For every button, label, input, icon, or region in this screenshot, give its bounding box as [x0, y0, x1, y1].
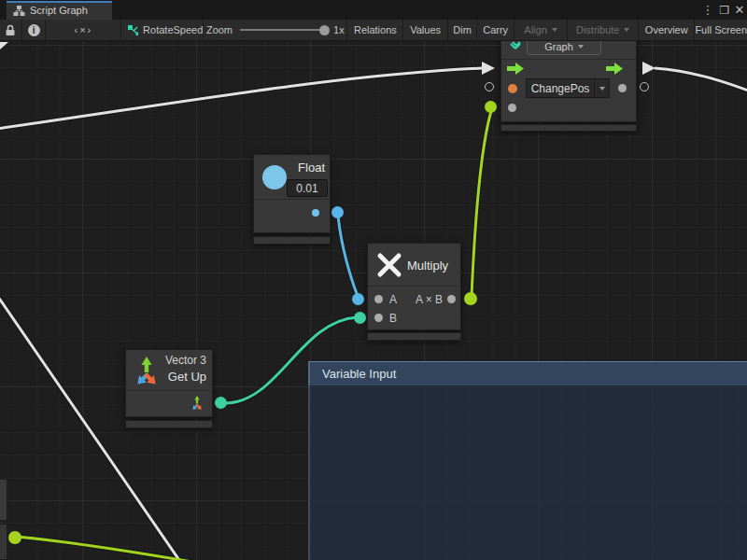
chevron-down-icon[interactable]	[595, 78, 610, 98]
values-button[interactable]: Values	[403, 20, 447, 40]
variable-name-port[interactable]	[508, 84, 517, 93]
group-title: Variable Input	[322, 367, 396, 381]
tab-bar: Script Graph ⋮ ❒ ✕	[0, 0, 747, 20]
node-title: Multiply	[407, 259, 448, 273]
variable-input-group[interactable]: Variable Input	[308, 361, 747, 560]
inspect-button[interactable]: i	[22, 20, 47, 40]
node-title: Vector 3	[165, 354, 206, 367]
node-float-literal[interactable]: Float 0.01	[253, 154, 331, 233]
graph-variable-icon	[510, 40, 523, 53]
offscreen-node[interactable]	[0, 479, 7, 521]
input-a-port[interactable]	[374, 295, 383, 303]
graph-asset-icon	[127, 24, 138, 36]
setvar-output-socket[interactable]	[640, 82, 649, 91]
zoom-value: 1x	[333, 24, 345, 35]
port-a-label: A	[389, 293, 397, 306]
graph-toolbar: i ‹×› RotateSpeed Zoom 1x Relations Valu…	[0, 20, 747, 41]
script-graph-icon	[13, 5, 25, 17]
multiply-icon	[376, 252, 402, 278]
window-close-icon[interactable]: ✕	[732, 0, 747, 20]
variable-name-value[interactable]: ChangePos	[526, 78, 595, 98]
float-type-icon	[262, 165, 287, 189]
offscreen-output-socket[interactable]	[8, 531, 21, 544]
tab-script-graph[interactable]: Script Graph	[7, 1, 112, 20]
relations-button[interactable]: Relations	[347, 20, 403, 40]
port-result-label: A × B	[416, 293, 443, 306]
group-header[interactable]: Variable Input	[308, 361, 747, 385]
flow-out-arrow-icon[interactable]	[606, 63, 624, 75]
setvar-value-socket[interactable]	[485, 101, 497, 113]
window-maximize-icon[interactable]: ❒	[716, 0, 733, 20]
lock-icon	[5, 24, 16, 36]
info-icon: i	[28, 24, 40, 36]
tab-label: Script Graph	[30, 5, 88, 16]
zoom-label: Zoom	[206, 24, 233, 35]
variable-name-dropdown[interactable]: ChangePos	[526, 78, 610, 98]
result-port[interactable]	[447, 295, 456, 303]
dim-button[interactable]: Dim	[448, 20, 478, 40]
edit-source-button[interactable]: ‹×›	[46, 20, 121, 40]
node-subtitle: Get Up	[168, 370, 206, 384]
graph-breadcrumb[interactable]: RotateSpeed	[121, 20, 204, 40]
node-vector3-footer	[125, 420, 213, 428]
input-value-port[interactable]	[508, 104, 516, 112]
chevron-down-icon	[552, 28, 557, 32]
node-title: Float	[298, 161, 325, 175]
node-float-footer	[253, 236, 331, 245]
node-set-variable-footer	[500, 124, 637, 132]
node-vector3-get-up[interactable]: Vector 3 Get Up	[125, 349, 213, 417]
tab-active-accent	[7, 1, 112, 3]
multiply-a-socket[interactable]	[352, 293, 364, 305]
zoom-slider[interactable]	[240, 29, 326, 31]
float-output-port[interactable]	[312, 209, 319, 217]
window-menu-icon[interactable]: ⋮	[701, 0, 714, 20]
vector3-icon	[132, 353, 163, 388]
float-value-field[interactable]: 0.01	[287, 179, 328, 197]
chevron-down-icon	[578, 45, 584, 49]
group-body[interactable]	[308, 385, 747, 560]
lock-button[interactable]	[0, 20, 22, 40]
distribute-button[interactable]: Distribute	[568, 20, 639, 40]
multiply-b-socket[interactable]	[354, 312, 366, 324]
float-output-socket[interactable]	[331, 206, 344, 218]
align-button[interactable]: Align	[514, 20, 568, 40]
node-multiply[interactable]: Multiply A A × B B	[367, 243, 461, 330]
offscreen-node-footer	[0, 524, 7, 560]
flow-in-arrow-icon[interactable]	[507, 63, 525, 75]
output-value-port[interactable]	[618, 84, 627, 92]
node-multiply-footer	[367, 332, 461, 341]
port-b-label: B	[389, 312, 397, 325]
zoom-slider-handle[interactable]	[319, 25, 330, 35]
multiply-result-socket[interactable]	[464, 292, 477, 305]
input-b-port[interactable]	[374, 314, 383, 322]
setvar-name-socket[interactable]	[485, 82, 494, 91]
vector3-output-port-icon[interactable]	[190, 394, 206, 413]
carry-button[interactable]: Carry	[477, 20, 514, 40]
overview-button[interactable]: Overview	[639, 20, 695, 40]
graph-name: RotateSpeed	[143, 24, 203, 35]
full-screen-button[interactable]: Full Screen	[695, 20, 747, 40]
chevron-down-icon	[624, 28, 629, 32]
zoom-control: Zoom 1x	[204, 20, 347, 40]
node-set-variable[interactable]: Graph ChangePos	[500, 34, 637, 122]
vector-output-socket[interactable]	[215, 397, 227, 409]
code-icon: ‹×›	[74, 24, 92, 35]
script-graph-window: { "tab_bar": { "tab_label": "Script Grap…	[0, 0, 747, 560]
